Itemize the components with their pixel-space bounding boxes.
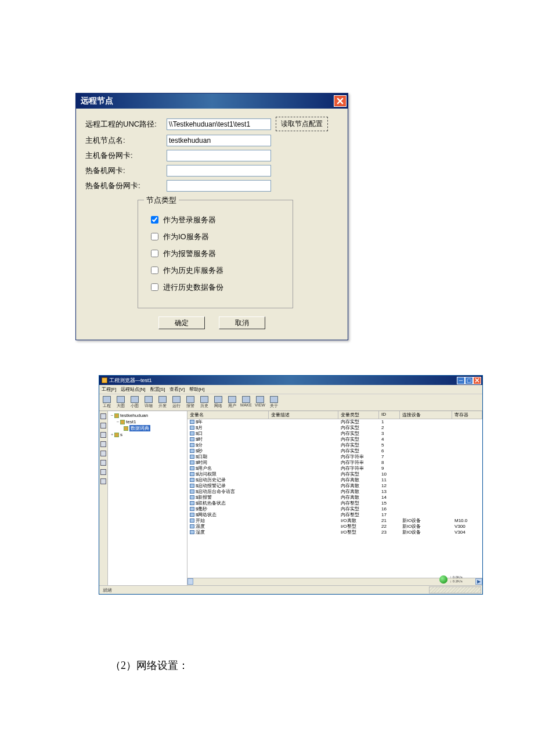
- tag-icon: [190, 501, 194, 505]
- toolbar-button[interactable]: 关于: [269, 396, 279, 409]
- table-row[interactable]: $日内存实型3: [187, 431, 482, 437]
- hotstandby-backup-label: 热备机备份网卡:: [85, 181, 167, 191]
- table-row[interactable]: $网络状态内存整型17: [187, 512, 482, 518]
- toolbar-button[interactable]: 小图: [129, 396, 140, 409]
- sidebar-icon[interactable]: [100, 460, 106, 466]
- table-row[interactable]: $时内存实型4: [187, 437, 482, 442]
- toolbar-button[interactable]: 大图: [116, 396, 126, 409]
- scrollbar-thumb[interactable]: [187, 578, 193, 585]
- sidebar-icon[interactable]: [100, 423, 106, 429]
- table-row[interactable]: $分内存实型5: [187, 442, 482, 448]
- tree-node-selected[interactable]: 数据词典: [129, 425, 150, 431]
- network-gauge: ↑ 0.0K/s ↓ 0.2K/s: [439, 575, 474, 584]
- cancel-button[interactable]: 取消: [219, 316, 265, 329]
- toolbar-icon: [172, 396, 181, 403]
- pb-horizontal-scrollbar[interactable]: ↑ 0.0K/s ↓ 0.2K/s ▶: [187, 578, 482, 585]
- toolbar-icon: [214, 396, 222, 403]
- computer-icon: [114, 433, 119, 437]
- alarm-server-checkbox[interactable]: [151, 250, 158, 257]
- table-row[interactable]: 温度I/O整型22新IO设备V300: [187, 524, 482, 530]
- table-row[interactable]: $启动历史记录内存离散11: [187, 477, 482, 483]
- menu-item[interactable]: 帮助[H]: [189, 386, 204, 393]
- sidebar-icon[interactable]: [100, 441, 106, 447]
- table-row[interactable]: $启动报警记录内存离散12: [187, 483, 482, 489]
- sidebar-icon[interactable]: [100, 451, 106, 456]
- toolbar-button[interactable]: 报警: [185, 396, 196, 409]
- menu-item[interactable]: 远程站点[N]: [121, 386, 145, 393]
- tag-icon: [190, 495, 194, 499]
- history-server-option[interactable]: 作为历史库服务器: [149, 265, 282, 276]
- minimize-icon[interactable]: ─: [457, 377, 465, 384]
- menu-item[interactable]: 配置[S]: [150, 386, 165, 393]
- tag-icon: [190, 460, 194, 465]
- node-type-group: 节点类型 作为登录服务器 作为IO服务器 作为报警服务器 作为历史库服务器: [138, 200, 293, 308]
- hotstandby-input[interactable]: [167, 165, 271, 177]
- toolbar-button[interactable]: 运行: [171, 396, 182, 409]
- table-row[interactable]: 湿度I/O整型23新IO设备V304: [187, 530, 482, 535]
- pb-tree[interactable]: −testkehuduan −test1 数据词典 +s: [108, 411, 187, 585]
- maximize-icon[interactable]: ▢: [465, 377, 473, 384]
- login-server-option[interactable]: 作为登录服务器: [149, 214, 282, 225]
- ok-button[interactable]: 确定: [158, 316, 205, 329]
- project-browser-window: 工程浏览器---test1 ─ ▢ 工程[F]远程站点[N]配置[S]查看[V]…: [99, 375, 483, 595]
- host-input[interactable]: [167, 135, 271, 146]
- pb-sidebar: [99, 411, 108, 585]
- table-row[interactable]: $时间内存字符串8: [187, 460, 482, 466]
- dialog-titlebar[interactable]: 远程节点: [76, 93, 348, 109]
- alarm-server-option[interactable]: 作为报警服务器: [149, 248, 282, 259]
- io-server-option[interactable]: 作为IO服务器: [149, 231, 282, 242]
- history-backup-option[interactable]: 进行历史数据备份: [149, 282, 282, 293]
- tag-icon: [190, 420, 194, 424]
- pb-table-header[interactable]: 变量名 变量描述 变量类型 ID 连接设备 寄存器: [187, 411, 482, 419]
- sidebar-icon[interactable]: [100, 413, 106, 419]
- status-grip: [429, 586, 481, 593]
- close-icon[interactable]: [334, 95, 347, 107]
- menu-item[interactable]: 工程[F]: [102, 386, 116, 393]
- toolbar-button[interactable]: VIEW: [255, 396, 265, 409]
- toolbar-button[interactable]: 历史: [199, 396, 210, 409]
- table-row[interactable]: $双机热备状态内存整型15: [187, 501, 482, 506]
- history-server-checkbox[interactable]: [151, 267, 158, 274]
- scroll-right-icon[interactable]: ▶: [475, 578, 482, 585]
- history-backup-checkbox[interactable]: [151, 283, 158, 291]
- unc-input[interactable]: [167, 118, 271, 130]
- pb-close-icon[interactable]: [473, 377, 481, 384]
- sidebar-icon[interactable]: [100, 478, 106, 484]
- login-server-checkbox[interactable]: [151, 216, 158, 224]
- tag-icon: [190, 449, 194, 453]
- table-row[interactable]: $日期内存字符串7: [187, 454, 482, 460]
- table-row[interactable]: $毫秒内存实型16: [187, 506, 482, 512]
- tag-icon: [190, 507, 194, 511]
- status-ready: 就绪: [99, 587, 116, 593]
- toolbar-button[interactable]: 用户: [227, 396, 237, 409]
- table-row[interactable]: $秒内存实型6: [187, 448, 482, 454]
- table-row[interactable]: $年内存实型1: [187, 419, 482, 425]
- pb-table-body[interactable]: $年内存实型1$月内存实型2$日内存实型3$时内存实型4$分内存实型5$秒内存实…: [187, 419, 482, 578]
- toolbar-icon: [200, 396, 208, 403]
- hotstandby-backup-input[interactable]: [167, 180, 271, 192]
- pb-titlebar[interactable]: 工程浏览器---test1 ─ ▢: [99, 376, 482, 385]
- tag-icon: [190, 530, 194, 534]
- pb-title: 工程浏览器---test1: [109, 377, 152, 384]
- io-server-checkbox[interactable]: [151, 233, 158, 240]
- remote-node-dialog: 远程节点 远程工程的UNC路径: 读取节点配置 主机节点名: 主机备份网卡: 热…: [75, 93, 348, 340]
- table-row[interactable]: $月内存实型2: [187, 425, 482, 431]
- read-config-button[interactable]: 读取节点配置: [276, 117, 328, 131]
- menu-item[interactable]: 查看[V]: [169, 386, 185, 393]
- toolbar-button[interactable]: 开发: [157, 396, 168, 409]
- toolbar-button[interactable]: 详细: [143, 396, 154, 409]
- host-backup-input[interactable]: [167, 150, 271, 161]
- table-row[interactable]: $访问权限内存实型10: [187, 471, 482, 477]
- tag-icon: [190, 437, 194, 441]
- toolbar-button[interactable]: 网络: [213, 396, 223, 409]
- table-row[interactable]: $用户名内存字符串9: [187, 466, 482, 471]
- gauge-icon: [439, 575, 448, 584]
- toolbar-button[interactable]: MAKE: [241, 396, 251, 409]
- sidebar-icon[interactable]: [100, 432, 106, 438]
- table-row[interactable]: $启动后台命令语言内存离散13: [187, 489, 482, 495]
- toolbar-button[interactable]: 工程: [102, 396, 112, 409]
- table-row[interactable]: 开始I/O离散21新IO设备M10.0: [187, 518, 482, 524]
- toolbar-icon: [228, 396, 236, 403]
- sidebar-icon[interactable]: [100, 469, 106, 475]
- table-row[interactable]: $新报警内存离散14: [187, 495, 482, 501]
